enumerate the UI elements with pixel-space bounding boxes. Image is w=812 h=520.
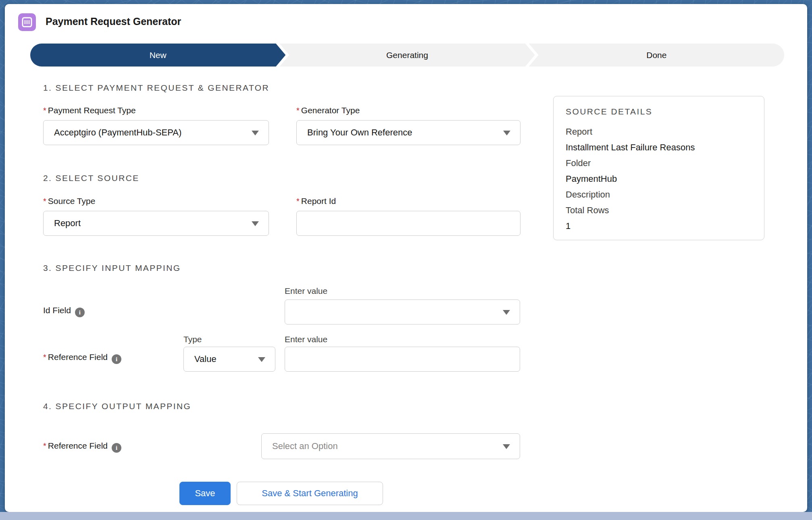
reference-field-label: *Reference Fieldi [43,352,121,364]
reference-field-value-input[interactable] [285,347,520,372]
path-stage-label: Done [646,50,666,60]
source-detail-value: PaymentHub [566,171,752,187]
chevron-down-icon [503,444,510,449]
source-type-value: Report [54,218,81,229]
source-type-label: *Source Type [43,196,95,206]
chevron-down-icon [252,221,259,226]
barcode-columns-icon [21,16,33,29]
chevron-down-icon [252,131,259,135]
required-asterisk: * [296,197,300,206]
required-asterisk: * [43,441,46,450]
report-id-label: *Report Id [296,196,336,206]
source-details-panel: SOURCE DETAILS Report Installment Last F… [553,96,764,240]
path-stage-generating[interactable]: Generating [279,44,535,67]
payment-request-generator-card: Payment Request Generator New Generating… [5,4,807,512]
payment-request-type-select[interactable]: Acceptgiro (PaymentHub-SEPA) [43,120,269,145]
save-and-start-generating-button[interactable]: Save & Start Generating [237,482,383,505]
bottom-background-band [0,512,812,520]
required-asterisk: * [296,106,300,115]
reference-field-type-select[interactable]: Value [183,347,275,372]
report-id-input[interactable] [296,211,521,236]
required-asterisk: * [43,106,46,115]
source-detail-label: Total Rows [566,202,752,218]
path-stage-label: Generating [386,50,428,60]
payment-request-type-value: Acceptgiro (PaymentHub-SEPA) [54,127,181,138]
source-details-heading: SOURCE DETAILS [566,107,752,116]
source-detail-label: Report [566,124,752,139]
id-field-combobox[interactable] [285,300,520,324]
generator-type-value: Bring Your Own Reference [307,127,412,138]
reference-field-type-label: Type [183,335,202,344]
progress-path: New Generating Done [30,44,784,67]
source-detail-value: 1 [566,218,752,234]
id-field-enter-value-label: Enter value [285,286,327,296]
output-reference-field-placeholder: Select an Option [272,441,338,451]
section-4-heading: 4. SPECIFY OUTPUT MAPPING [43,401,191,411]
section-1-heading: 1. SELECT PAYMENT REQUEST & GENERATOR [43,83,269,93]
payment-generator-icon [18,13,36,31]
section-3-heading: 3. SPECIFY INPUT MAPPING [43,263,181,273]
info-icon[interactable]: i [75,308,85,317]
chevron-down-icon [503,131,510,135]
output-reference-field-select[interactable]: Select an Option [261,433,520,459]
payment-request-type-label: *Payment Request Type [43,106,136,115]
save-button[interactable]: Save [179,482,231,505]
chevron-down-icon [258,357,265,362]
source-type-select[interactable]: Report [43,211,269,236]
generator-type-select[interactable]: Bring Your Own Reference [296,120,521,145]
required-asterisk: * [43,353,46,362]
reference-field-type-value: Value [194,354,217,364]
source-detail-label: Folder [566,155,752,171]
chevron-down-icon [503,310,510,315]
required-asterisk: * [43,197,46,206]
info-icon[interactable]: i [112,354,121,364]
source-detail-value: Installment Last Failure Reasons [566,139,752,155]
source-detail-label: Description [566,187,752,202]
output-reference-field-label: *Reference Fieldi [43,441,121,453]
path-stage-done[interactable]: Done [529,44,784,67]
section-2-heading: 2. SELECT SOURCE [43,173,139,183]
info-icon[interactable]: i [112,443,121,453]
page-title: Payment Request Generator [46,16,181,27]
path-stage-new[interactable]: New [30,44,285,67]
reference-field-enter-value-label: Enter value [285,335,327,344]
path-stage-label: New [150,50,167,60]
generator-type-label: *Generator Type [296,106,360,115]
id-field-label: Id Fieldi [43,306,85,317]
